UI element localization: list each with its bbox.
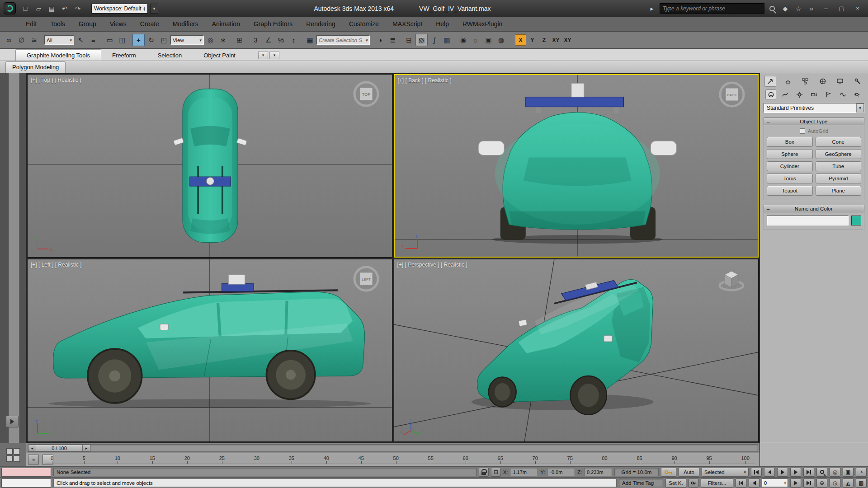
search-icon[interactable] <box>769 6 775 11</box>
menu-maxscript[interactable]: MAXScript <box>386 17 429 31</box>
axis-constraint-y-button[interactable]: Y <box>527 34 538 46</box>
track-bar[interactable]: ≈ 0 5 10 15 20 25 30 35 40 45 50 55 60 6… <box>26 453 760 466</box>
percent-snap-icon[interactable]: % <box>275 34 287 46</box>
geosphere-button[interactable]: GeoSphere <box>816 149 862 159</box>
cone-button[interactable]: Cone <box>816 137 862 147</box>
workspace-spinner[interactable]: ▴▾ <box>144 6 146 11</box>
auto-key-button[interactable]: Auto <box>679 468 699 477</box>
maximize-button[interactable]: ▢ <box>835 3 849 14</box>
absolute-offset-toggle-icon[interactable]: ⊡ <box>491 468 501 477</box>
orbit-icon[interactable]: ◶ <box>830 479 840 488</box>
frame-back-button[interactable] <box>736 479 746 488</box>
schematic-view-icon[interactable]: ▥ <box>441 34 453 46</box>
primitive-category-dropdown[interactable]: Standard Primitives ▾ <box>764 103 864 113</box>
search-arrow-icon[interactable]: ▸ <box>646 3 657 14</box>
next-frame-button[interactable] <box>790 468 801 477</box>
axis-constraint-x-button[interactable]: X <box>515 34 526 46</box>
ribbon-minimize-icon[interactable]: ▾ <box>258 51 268 59</box>
ribbon-tab-selection[interactable]: Selection <box>147 50 193 61</box>
rect-selection-region-icon[interactable]: ▭ <box>104 34 116 46</box>
minimize-button[interactable]: – <box>819 3 833 14</box>
frame-prev-button[interactable] <box>749 479 760 488</box>
zoom-region-icon[interactable]: ◭ <box>843 479 854 488</box>
open-file-icon[interactable]: ▱ <box>33 3 44 14</box>
tube-button[interactable]: Tube <box>816 161 862 171</box>
named-selection-sets-icon[interactable]: ▦ <box>304 34 316 46</box>
chevron-down-icon[interactable]: ▾ <box>67 38 72 42</box>
cameras-category-icon[interactable] <box>808 89 819 99</box>
save-file-icon[interactable]: ▤ <box>46 3 57 14</box>
align-icon[interactable]: ≣ <box>387 34 399 46</box>
workspace-selector[interactable]: Workspace: Default ▴▾ <box>91 4 148 14</box>
polygon-modeling-panel-tab[interactable]: Polygon Modeling <box>5 61 66 73</box>
viewport-left-label[interactable]: [+] [ Left ] [ Realistic ] <box>31 262 81 268</box>
ribbon-tab-object-paint[interactable]: Object Paint <box>193 50 246 61</box>
set-key-button[interactable]: Set K. <box>665 479 686 488</box>
viewcube-left[interactable]: LEFT <box>352 265 380 293</box>
viewcube-perspective[interactable] <box>717 265 746 295</box>
viewport-back[interactable]: [+] [ Back ] [ Realistic ] BACK z x <box>394 74 759 258</box>
mirror-icon[interactable]: ◑ <box>374 34 386 46</box>
mini-curve-editor-icon[interactable]: ≈ <box>28 455 39 465</box>
maxscript-mini-listener-white[interactable] <box>1 479 51 488</box>
close-button[interactable]: × <box>851 3 864 14</box>
window-crossing-icon[interactable]: ◫ <box>116 34 128 46</box>
overflow-icon[interactable]: » <box>806 3 817 14</box>
menu-rwmaxplugin[interactable]: RWMaxPlugin <box>456 17 509 31</box>
object-type-rollout-header[interactable]: – Object Type <box>764 117 864 125</box>
current-frame-field[interactable]: 0 ▴▾ <box>762 479 788 487</box>
frame-spinner[interactable]: ▴▾ <box>784 481 786 485</box>
viewcube-top[interactable]: TOP <box>352 80 380 108</box>
key-filters-toggle-icon[interactable] <box>689 479 698 488</box>
chevron-down-icon[interactable]: ▾ <box>856 103 864 113</box>
menu-tools[interactable]: Tools <box>43 17 72 31</box>
viewport-layout-tabs[interactable] <box>0 443 26 466</box>
viewcube-back[interactable]: BACK <box>718 80 746 108</box>
maxscript-mini-listener-pink[interactable] <box>1 468 51 477</box>
graphite-ribbon-toggle-icon[interactable]: ▧ <box>415 34 428 46</box>
time-slider-track[interactable]: ◂ 0 / 100 ▸ <box>28 444 758 452</box>
previous-frame-button[interactable] <box>764 468 775 477</box>
pyramid-button[interactable]: Pyramid <box>816 174 862 183</box>
reference-coordinate-dropdown[interactable]: View ▾ <box>170 35 204 45</box>
chevron-down-icon[interactable]: ▾ <box>363 38 368 42</box>
add-time-tag-field[interactable]: Add Time Tag <box>619 479 663 487</box>
bind-to-space-warp-icon[interactable]: ≋ <box>28 34 40 46</box>
menu-rendering[interactable]: Rendering <box>299 17 342 31</box>
modify-tab-icon[interactable] <box>782 76 794 87</box>
geometry-category-icon[interactable] <box>765 89 776 99</box>
material-editor-icon[interactable]: ◉ <box>457 34 469 46</box>
redo-icon[interactable]: ↷ <box>72 3 83 14</box>
left-dock-expand-button[interactable] <box>6 416 19 427</box>
axis-constraint-xy-flyout-button[interactable]: XY <box>562 34 573 46</box>
render-production-icon[interactable]: ◍ <box>495 34 507 46</box>
z-coordinate-field[interactable]: 0.233m <box>584 468 612 476</box>
rendered-frame-window-icon[interactable]: ▣ <box>482 34 495 46</box>
systems-category-icon[interactable] <box>852 89 863 99</box>
cylinder-button[interactable]: Cylinder <box>767 161 813 171</box>
keyboard-shortcut-override-icon[interactable]: ⊞ <box>233 34 245 46</box>
help-search-box[interactable] <box>660 3 764 14</box>
frame-end-button[interactable] <box>803 479 814 488</box>
menu-help[interactable]: Help <box>429 17 456 31</box>
zoom-extents-icon[interactable]: ▣ <box>843 468 854 477</box>
helpers-category-icon[interactable] <box>823 89 834 99</box>
select-and-link-icon[interactable]: ∞ <box>3 34 15 46</box>
viewport-top[interactable]: [+] [ Top ] [ Realistic ] TOP y x <box>27 74 392 258</box>
space-warps-category-icon[interactable] <box>837 89 848 99</box>
sphere-button[interactable]: Sphere <box>767 149 813 159</box>
use-pivot-center-icon[interactable]: ◎ <box>204 34 217 46</box>
select-and-move-icon[interactable]: + <box>132 34 145 46</box>
spinner-snap-icon[interactable]: ↕ <box>288 34 300 46</box>
x-coordinate-field[interactable]: 1.17m <box>510 468 538 476</box>
favorites-icon[interactable]: ☆ <box>793 3 804 14</box>
unlink-selection-icon[interactable]: ∅ <box>15 34 28 46</box>
zoom-all-icon[interactable]: ◎ <box>830 468 840 477</box>
torus-button[interactable]: Torus <box>767 174 813 183</box>
y-coordinate-field[interactable]: -0.0m <box>547 468 575 476</box>
menu-modifiers[interactable]: Modifiers <box>166 17 205 31</box>
named-selection-set-dropdown[interactable]: Create Selection S ▾ <box>316 35 370 45</box>
select-and-manipulate-icon[interactable]: ∗ <box>217 34 229 46</box>
workspace-flyout-button[interactable]: ▾ <box>150 4 158 14</box>
motion-tab-icon[interactable] <box>817 76 829 87</box>
